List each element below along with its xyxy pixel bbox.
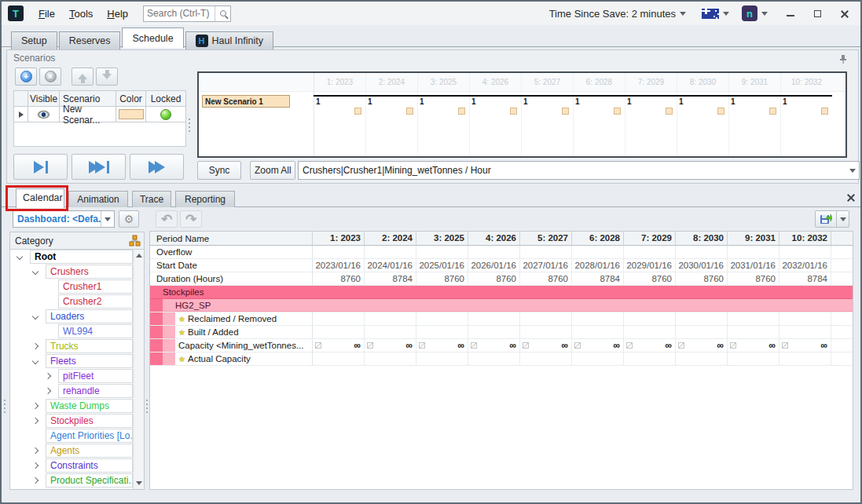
tree-item-pitfleet[interactable]: pitFleet [10,369,133,384]
cell[interactable] [468,326,520,338]
tree-item-loaders[interactable]: Loaders [10,309,133,324]
time-since-save[interactable]: Time Since Save: 2 minutes [549,8,676,20]
cell[interactable] [520,246,572,258]
cell[interactable]: ∞ [313,339,365,352]
minimize-button[interactable] [782,7,799,20]
cell[interactable] [624,246,676,258]
tree-item-crusher1[interactable]: Crusher1 [10,279,133,294]
cell[interactable] [416,246,468,258]
cell[interactable] [779,352,831,365]
cell[interactable] [728,312,779,325]
period-header-2-2024[interactable]: 2: 2024 [365,232,416,245]
tab-trace[interactable]: Trace [132,191,171,207]
expander-open-icon[interactable] [32,358,39,364]
maximize-button[interactable] [809,7,826,20]
period-header-8-2030[interactable]: 8: 2030 [676,232,728,245]
timeline-milestone-marker[interactable] [614,108,621,115]
cell[interactable] [416,312,468,325]
cell[interactable] [676,312,728,325]
export-options-button[interactable] [837,210,849,228]
cell[interactable]: 8760 [728,272,779,285]
dashboard-settings-button[interactable]: ⚙ [119,210,139,228]
subgroup-band-label[interactable]: HG2_SP [163,299,853,312]
cell[interactable] [520,326,572,338]
scroll-down-icon[interactable] [136,481,142,485]
cell[interactable] [520,352,572,365]
timeline-milestone-marker[interactable] [458,108,465,115]
timeline-milestone-marker[interactable] [354,108,361,115]
cell[interactable] [468,312,520,325]
expander-closed-icon[interactable] [32,343,39,349]
series-selector[interactable]: Crushers|Crusher1|Mining_wetTonnes / Hou… [298,161,860,180]
close-button[interactable] [835,7,853,20]
tree-item-wl994[interactable]: WL994 [10,324,133,339]
period-header-6-2028[interactable]: 6: 2028 [572,232,624,245]
timeline-milestone-marker[interactable] [562,108,569,115]
scroll-up-icon[interactable] [136,254,142,257]
cell[interactable]: 8784 [365,272,416,285]
search-input[interactable] [144,8,215,19]
cell[interactable] [572,326,624,338]
tree-scrollbar[interactable] [133,250,144,489]
cell[interactable]: 2024/01/16 [365,259,416,272]
cell[interactable] [572,312,624,325]
menu-help[interactable]: Help [100,5,135,22]
cell[interactable]: 2029/01/16 [624,259,676,272]
tree-item-agents[interactable]: Agents [10,444,133,458]
cell[interactable] [624,352,676,365]
cell[interactable]: 2023/01/16 [313,259,365,272]
add-scenario-button[interactable]: + [15,68,37,86]
cell[interactable] [676,326,728,338]
tree-splitter-handle[interactable] [145,398,149,414]
sync-button[interactable]: Sync [197,161,241,180]
timeline-milestone-marker[interactable] [510,108,517,115]
visible-eye-icon[interactable] [38,111,50,119]
timeline-milestone-marker[interactable] [406,108,413,115]
tab-reporting[interactable]: Reporting [175,191,235,207]
search-button[interactable] [215,6,230,21]
cell[interactable] [416,326,468,338]
cell[interactable]: ∞ [676,339,728,352]
expander-open-icon[interactable] [32,313,39,320]
cell[interactable]: 2030/01/16 [676,259,728,272]
cell[interactable] [676,352,728,365]
search-box[interactable] [143,5,231,22]
step-forward-button[interactable] [13,154,68,180]
time-since-save-caret-icon[interactable] [680,12,686,16]
cell[interactable]: ∞ [779,339,831,352]
tree-item-crusher2[interactable]: Crusher2 [10,294,133,309]
tree-item-waste-dumps[interactable]: Waste Dumps [10,399,133,414]
tree-item-stockpiles[interactable]: Stockpiles [10,414,133,429]
cell[interactable]: ∞ [728,339,779,352]
cell[interactable]: 2027/01/16 [520,259,572,272]
cell[interactable]: ∞ [520,339,572,352]
cell[interactable]: 8760 [676,272,728,285]
tree-item-rehandle[interactable]: rehandle [10,384,133,399]
period-header-9-2031[interactable]: 9: 2031 [728,232,779,245]
cell[interactable]: 8760 [416,272,468,285]
expander-closed-icon[interactable] [32,477,39,484]
expander-closed-icon[interactable] [32,403,39,409]
tab-reserves[interactable]: Reserves [59,31,121,49]
group-band-label[interactable]: Stockpiles [150,286,204,298]
fast-forward-button[interactable] [130,154,184,180]
tab-calendar[interactable]: Calendar [16,188,64,208]
locked-indicator-icon[interactable] [160,109,171,120]
cell[interactable] [313,352,365,365]
period-header-3-2025[interactable]: 3: 2025 [416,232,468,245]
cell[interactable]: 2031/01/16 [728,259,779,272]
menu-tools[interactable]: Tools [62,5,100,22]
timeline-scenario-chip[interactable]: New Scenario 1 [202,95,290,108]
run-to-end-button[interactable] [72,154,126,180]
cell[interactable]: ∞ [572,339,624,352]
cell[interactable] [313,326,365,338]
expander-closed-icon[interactable] [32,418,39,424]
language-flag-icon[interactable] [702,9,719,19]
cell[interactable] [365,326,416,338]
timeline-milestone-marker[interactable] [666,108,673,115]
expander-open-icon[interactable] [32,268,39,275]
cell[interactable] [728,246,779,258]
cell[interactable]: 2025/01/16 [416,259,468,272]
schedule-timeline[interactable]: New Scenario 1 1: 202312: 202413: 202514… [197,71,847,158]
color-swatch[interactable] [119,109,144,119]
